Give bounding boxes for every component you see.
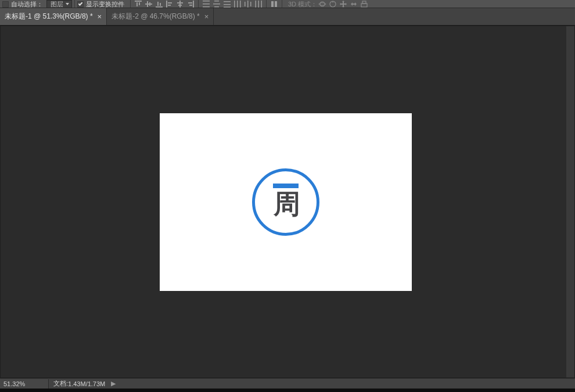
svg-rect-4 <box>147 1 148 7</box>
svg-rect-34 <box>258 1 260 8</box>
svg-rect-15 <box>193 1 194 8</box>
svg-rect-2 <box>139 2 140 5</box>
svg-rect-23 <box>214 6 219 8</box>
svg-rect-30 <box>245 2 246 6</box>
options-separator <box>282 0 282 8</box>
svg-rect-5 <box>149 2 150 6</box>
options-separator <box>198 0 199 8</box>
status-bar: 51.32% 文档: 1.43M/1.73M ▶ <box>0 378 575 389</box>
options-separator <box>74 0 75 8</box>
options-separator <box>266 0 267 8</box>
mode-3d-scale-icon[interactable] <box>359 0 369 8</box>
zoom-level-field[interactable]: 51.32% <box>0 379 49 389</box>
svg-rect-21 <box>214 1 219 2</box>
align-hcenter-icon[interactable] <box>175 0 185 8</box>
svg-point-38 <box>320 2 325 6</box>
doc-tab-label: 未标题-2 @ 46.7%(RGB/8) * <box>112 12 200 21</box>
svg-rect-28 <box>237 1 238 8</box>
svg-rect-12 <box>179 1 181 8</box>
doc-tab-1[interactable]: 未标题-1 @ 51.3%(RGB/8) * × <box>0 8 107 25</box>
svg-rect-27 <box>234 1 235 8</box>
auto-select-mode-dropdown[interactable]: 图层 <box>46 0 72 8</box>
distribute-vcenter-icon[interactable] <box>211 0 222 8</box>
show-transform-checkbox[interactable] <box>77 1 84 8</box>
options-separator <box>130 0 131 8</box>
align-top-icon[interactable] <box>133 0 143 8</box>
svg-rect-18 <box>203 1 210 2</box>
close-icon[interactable]: × <box>98 13 102 20</box>
doc-tab-2[interactable]: 未标题-2 @ 46.7%(RGB/8) * × <box>107 8 214 25</box>
svg-rect-33 <box>256 1 257 8</box>
svg-rect-14 <box>178 5 182 6</box>
logo-circle: 周 <box>252 168 319 236</box>
svg-rect-9 <box>166 1 167 8</box>
mode-3d-label: 3D 模式： <box>288 0 317 8</box>
svg-rect-20 <box>203 6 210 8</box>
align-left-icon[interactable] <box>164 0 175 8</box>
align-bottom-icon[interactable] <box>154 0 164 8</box>
show-transform-group: 显示变换控件 <box>77 0 124 8</box>
svg-rect-22 <box>213 3 220 5</box>
doc-info-label: 文档: <box>53 379 68 388</box>
svg-rect-29 <box>240 1 241 8</box>
distribute-right-icon[interactable] <box>253 0 264 8</box>
svg-rect-41 <box>361 3 367 7</box>
svg-rect-7 <box>157 2 159 6</box>
vertical-scrollbar[interactable] <box>566 26 574 377</box>
distribute-hcenter-icon[interactable] <box>243 0 253 8</box>
svg-rect-25 <box>224 4 231 5</box>
canvas-viewport[interactable]: 周 <box>5 31 566 373</box>
mode-3d-pan-icon[interactable] <box>338 0 348 8</box>
logo-glyph: 周 <box>274 190 300 217</box>
svg-rect-13 <box>177 2 183 3</box>
auto-select-group: 自动选择： <box>2 0 43 8</box>
svg-rect-6 <box>156 6 163 8</box>
svg-rect-19 <box>203 3 210 5</box>
doc-info: 文档: 1.43M/1.73M ▶ <box>49 379 120 388</box>
svg-rect-16 <box>188 2 192 3</box>
svg-rect-26 <box>224 7 231 8</box>
logo-accent-bar <box>273 184 299 188</box>
options-bar: 自动选择： 图层 显示变换控件 3D 模式： <box>0 0 575 8</box>
auto-select-label: 自动选择： <box>11 0 43 8</box>
canvas[interactable]: 周 <box>160 113 412 291</box>
svg-rect-1 <box>136 2 138 6</box>
svg-rect-32 <box>250 2 251 6</box>
svg-rect-35 <box>261 1 263 8</box>
doc-info-size: 1.43M/1.73M <box>68 380 105 387</box>
svg-rect-10 <box>168 2 172 3</box>
svg-rect-17 <box>189 5 192 6</box>
mode-3d-roll-icon[interactable] <box>328 0 338 8</box>
svg-rect-42 <box>362 1 366 3</box>
document-tab-bar: 未标题-1 @ 51.3%(RGB/8) * × 未标题-2 @ 46.7%(R… <box>0 8 575 26</box>
auto-select-checkbox[interactable] <box>2 1 9 8</box>
svg-rect-31 <box>247 1 249 8</box>
arrange-icon[interactable] <box>269 0 279 8</box>
svg-rect-0 <box>135 1 142 2</box>
mode-3d-slide-icon[interactable] <box>348 0 359 8</box>
close-icon[interactable]: × <box>204 13 209 20</box>
distribute-left-icon[interactable] <box>232 0 243 8</box>
mode-3d-orbit-icon[interactable] <box>317 0 328 8</box>
chevron-right-icon[interactable]: ▶ <box>111 380 116 387</box>
footer-strip <box>0 389 575 392</box>
align-vcenter-icon[interactable] <box>143 0 154 8</box>
svg-rect-3 <box>145 3 152 5</box>
align-right-icon[interactable] <box>185 0 196 8</box>
svg-rect-8 <box>160 3 161 6</box>
svg-rect-24 <box>224 1 231 2</box>
show-transform-label: 显示变换控件 <box>86 0 124 8</box>
svg-rect-37 <box>275 1 277 7</box>
distribute-bottom-icon[interactable] <box>222 0 232 8</box>
distribute-top-icon[interactable] <box>201 0 211 8</box>
doc-tab-label: 未标题-1 @ 51.3%(RGB/8) * <box>5 12 93 21</box>
svg-rect-11 <box>168 5 171 6</box>
svg-rect-36 <box>271 1 274 7</box>
workspace: 周 <box>0 26 575 378</box>
